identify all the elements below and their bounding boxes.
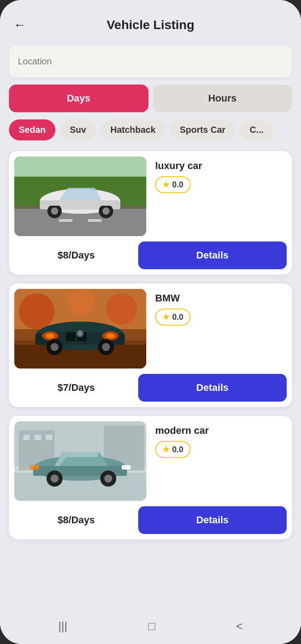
vehicle-card-1: luxury car ★ 0.0 $8/Days Details	[9, 151, 292, 275]
vehicle-card-2: BMW ★ 0.0 $7/Days Details	[9, 284, 292, 407]
card-bottom-2: $7/Days Details	[9, 374, 292, 407]
card-info-1: luxury car ★ 0.0	[152, 151, 292, 242]
category-chips: Sedan Suv Hatchback Sports Car C...	[9, 119, 292, 142]
bottom-nav: ||| □ <	[0, 608, 301, 644]
details-button-3[interactable]: Details	[138, 506, 287, 534]
svg-point-48	[51, 475, 59, 483]
menu-icon[interactable]: |||	[54, 615, 72, 638]
svg-point-15	[19, 293, 55, 329]
details-button-1[interactable]: Details	[138, 242, 287, 269]
svg-rect-45	[122, 465, 131, 470]
svg-rect-5	[59, 219, 72, 222]
hours-toggle-button[interactable]: Hours	[153, 85, 293, 112]
card-bottom-1: $8/Days Details	[9, 242, 292, 275]
chip-other[interactable]: C...	[240, 119, 273, 140]
rating-badge-3: ★ 0.0	[155, 441, 191, 458]
car-image-3	[14, 421, 146, 501]
location-input[interactable]	[9, 46, 292, 77]
svg-point-27	[46, 333, 55, 339]
home-icon[interactable]: □	[144, 615, 160, 638]
price-2: $7/Days	[14, 382, 138, 394]
days-hours-toggle: Days Hours	[9, 85, 292, 112]
back-nav-icon[interactable]: <	[232, 615, 247, 638]
chip-sports-car[interactable]: Sports Car	[170, 119, 235, 140]
svg-point-10	[51, 208, 58, 215]
svg-rect-4	[14, 157, 146, 177]
svg-point-17	[68, 289, 95, 316]
car-name-1: luxury car	[155, 160, 285, 172]
svg-rect-40	[34, 435, 41, 440]
chip-sedan[interactable]: Sedan	[9, 119, 55, 140]
car-name-3: modern car	[155, 425, 285, 436]
rating-value-2: 0.0	[172, 313, 183, 322]
svg-point-28	[106, 333, 115, 339]
chip-hatchback[interactable]: Hatchback	[101, 119, 165, 140]
content-area: Days Hours Sedan Suv Hatchback Sports Ca…	[0, 41, 301, 608]
svg-point-12	[102, 208, 110, 215]
card-bottom-3: $8/Days Details	[9, 506, 292, 539]
svg-rect-23	[66, 332, 76, 341]
page-title: Vehicle Listing	[106, 18, 194, 32]
star-icon-2: ★	[162, 312, 170, 322]
back-button[interactable]: ←	[13, 18, 26, 32]
svg-rect-41	[46, 435, 52, 440]
car-name-2: BMW	[155, 292, 285, 304]
price-3: $8/Days	[14, 514, 138, 526]
vehicle-card-3: modern car ★ 0.0 $8/Days Details	[9, 416, 292, 539]
svg-rect-39	[23, 435, 30, 440]
svg-point-34	[78, 331, 82, 336]
details-button-2[interactable]: Details	[138, 374, 287, 402]
price-1: $8/Days	[14, 250, 138, 261]
star-icon-1: ★	[162, 180, 170, 190]
card-info-3: modern car ★ 0.0	[152, 416, 292, 506]
svg-point-30	[51, 343, 59, 351]
svg-rect-46	[30, 465, 39, 470]
chip-suv[interactable]: Suv	[60, 119, 96, 140]
phone-frame: ← Vehicle Listing Days Hours Sedan Suv H…	[0, 0, 301, 644]
days-toggle-button[interactable]: Days	[9, 85, 148, 112]
svg-rect-6	[88, 219, 102, 222]
svg-point-16	[106, 293, 137, 325]
rating-value-3: 0.0	[172, 445, 183, 454]
rating-badge-2: ★ 0.0	[155, 309, 191, 326]
card-top-2: BMW ★ 0.0	[9, 284, 292, 374]
header: ← Vehicle Listing	[0, 0, 301, 41]
card-top-3: modern car ★ 0.0	[9, 416, 292, 506]
car-image-2	[14, 289, 146, 369]
card-info-2: BMW ★ 0.0	[152, 284, 292, 374]
rating-value-1: 0.0	[172, 180, 183, 190]
svg-point-50	[104, 475, 112, 483]
svg-point-32	[102, 343, 110, 351]
rating-badge-1: ★ 0.0	[155, 176, 191, 193]
car-image-1	[14, 157, 146, 236]
star-icon-3: ★	[162, 445, 170, 454]
card-top-1: luxury car ★ 0.0	[9, 151, 292, 242]
